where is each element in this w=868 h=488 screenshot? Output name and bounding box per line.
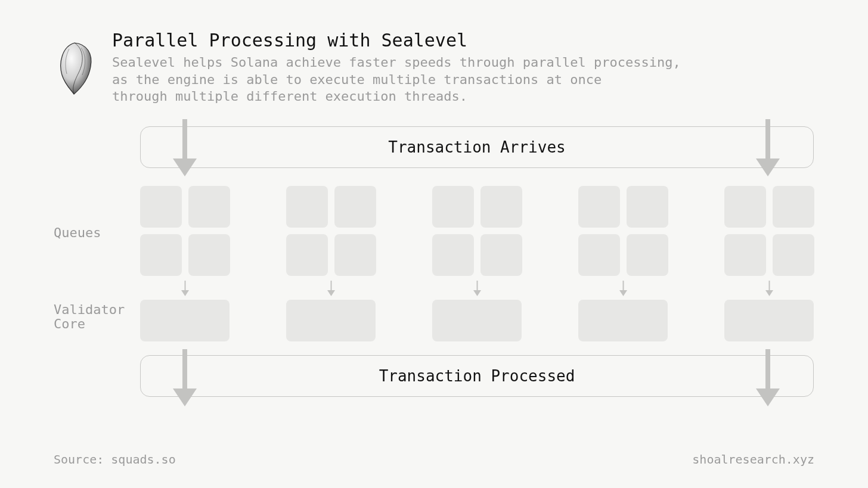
page-subtitle: Sealevel helps Solana achieve faster spe…: [112, 54, 681, 105]
validator-core-box: [578, 300, 668, 341]
queue-cell: [140, 186, 182, 228]
arrow-down-small-icon: [327, 281, 336, 296]
arrow-down-small-icon: [181, 281, 190, 296]
arrow-down-small-icon: [765, 281, 774, 296]
queue-cell: [724, 186, 766, 228]
validator-core-box: [140, 300, 230, 341]
row-label-validator-core: Validator Core: [54, 303, 125, 331]
queue-grid: [140, 186, 230, 276]
stage-label: Transaction Processed: [379, 367, 575, 385]
queue-cell: [334, 186, 376, 228]
queue-cell: [334, 234, 376, 276]
queue-grid: [578, 186, 668, 276]
queue-cell: [578, 234, 620, 276]
execution-thread-column: [286, 186, 376, 341]
queue-cell: [432, 234, 474, 276]
stage-label: Transaction Arrives: [388, 138, 565, 156]
queue-cell: [286, 234, 328, 276]
queue-cell: [627, 234, 668, 276]
queue-cell: [286, 186, 328, 228]
row-label-queues: Queues: [54, 225, 101, 240]
header: Parallel Processing with Sealevel Sealev…: [54, 30, 681, 105]
queue-cell: [773, 186, 814, 228]
footer: Source: squads.so shoalresearch.xyz: [54, 452, 814, 467]
validator-core-box: [724, 300, 814, 341]
queue-cell: [140, 234, 182, 276]
brand-label: shoalresearch.xyz: [692, 452, 814, 467]
queue-cell: [480, 186, 522, 228]
execution-thread-column: [140, 186, 230, 341]
execution-thread-column: [724, 186, 814, 341]
queue-cell: [188, 186, 230, 228]
stage-transaction-arrives: Transaction Arrives: [140, 126, 814, 168]
title-block: Parallel Processing with Sealevel Sealev…: [112, 30, 681, 105]
queue-cell: [627, 186, 668, 228]
queue-grid: [724, 186, 814, 276]
queue-cell: [578, 186, 620, 228]
shell-icon: [54, 41, 95, 97]
stage-transaction-processed: Transaction Processed: [140, 355, 814, 397]
validator-core-box: [432, 300, 522, 341]
queue-grid: [286, 186, 376, 276]
queue-cell: [432, 186, 474, 228]
queue-grid: [432, 186, 522, 276]
queue-cell: [773, 234, 814, 276]
arrow-down-small-icon: [619, 281, 628, 296]
queue-cell: [480, 234, 522, 276]
arrow-down-small-icon: [473, 281, 482, 296]
page-title: Parallel Processing with Sealevel: [112, 30, 681, 51]
queue-cell: [724, 234, 766, 276]
validator-core-box: [286, 300, 376, 341]
columns: [140, 186, 814, 341]
source-label: Source: squads.so: [54, 452, 176, 467]
execution-thread-column: [432, 186, 522, 341]
queue-cell: [188, 234, 230, 276]
execution-thread-column: [578, 186, 668, 341]
